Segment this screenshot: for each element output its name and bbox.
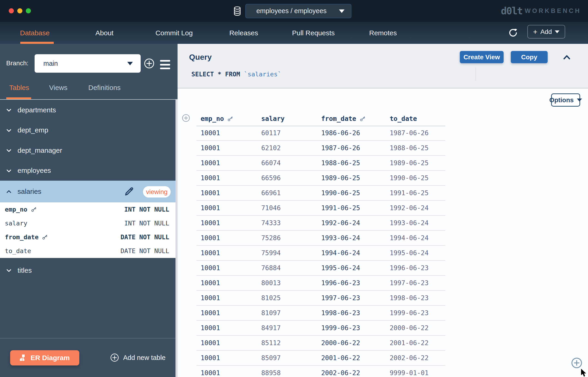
branch-select[interactable]: main <box>34 54 141 73</box>
table-row[interactable]: 10001601171986-06-261987-06-26 <box>196 126 445 141</box>
cell-from-date[interactable]: 1996-06-23 <box>321 279 390 287</box>
cell-salary[interactable]: 84917 <box>261 324 321 332</box>
cell-to-date[interactable]: 1987-06-26 <box>390 129 445 137</box>
cell-from-date[interactable]: 1988-06-25 <box>321 159 390 167</box>
column-header-to-date[interactable]: to_date <box>390 115 445 122</box>
cell-from-date[interactable]: 1991-06-25 <box>321 204 390 212</box>
add-new-table-button[interactable]: Add new table <box>110 350 166 366</box>
cell-salary[interactable]: 85097 <box>261 354 321 362</box>
cell-salary[interactable]: 75994 <box>261 249 321 257</box>
cell-emp-no[interactable]: 10001 <box>196 294 261 302</box>
cell-salary[interactable]: 71046 <box>261 204 321 212</box>
tab-views[interactable]: Views <box>49 84 67 92</box>
edit-table-pencil-icon[interactable] <box>124 187 134 196</box>
cell-from-date[interactable]: 1989-06-25 <box>321 174 390 182</box>
sidebar-table-dept-manager[interactable]: dept_manager <box>0 140 178 161</box>
nav-item-remotes[interactable]: Remotes <box>348 22 418 44</box>
table-row[interactable]: 10001810971998-06-231999-06-23 <box>196 306 445 321</box>
cell-to-date[interactable]: 9999-01-01 <box>390 369 445 377</box>
cell-salary[interactable]: 66596 <box>261 174 321 182</box>
cell-emp-no[interactable]: 10001 <box>196 219 261 227</box>
add-fab-plus-circle-button[interactable] <box>571 357 582 369</box>
sidebar-scrollbar[interactable] <box>175 99 178 377</box>
new-branch-button[interactable] <box>144 58 155 69</box>
maximize-window-button[interactable] <box>26 8 31 13</box>
table-row[interactable]: 10001800131996-06-231997-06-23 <box>196 276 445 291</box>
table-row[interactable]: 10001759941994-06-241995-06-24 <box>196 246 445 261</box>
cell-emp-no[interactable]: 10001 <box>196 339 261 347</box>
cell-salary[interactable]: 81097 <box>261 309 321 317</box>
cell-from-date[interactable]: 1998-06-23 <box>321 309 390 317</box>
cell-emp-no[interactable]: 10001 <box>196 189 261 197</box>
options-button[interactable]: Options <box>551 94 580 106</box>
cell-emp-no[interactable]: 10001 <box>196 234 261 242</box>
cell-emp-no[interactable]: 10001 <box>196 369 261 377</box>
cell-to-date[interactable]: 1995-06-24 <box>390 249 445 257</box>
column-header-from-date[interactable]: from_date <box>321 115 390 122</box>
table-row[interactable]: 10001743331992-06-241993-06-24 <box>196 216 445 231</box>
cell-from-date[interactable]: 1993-06-24 <box>321 234 390 242</box>
cell-emp-no[interactable]: 10001 <box>196 144 261 152</box>
cell-to-date[interactable]: 2001-06-22 <box>390 339 445 347</box>
cell-salary[interactable]: 60117 <box>261 129 321 137</box>
cell-salary[interactable]: 76884 <box>261 264 321 272</box>
cell-emp-no[interactable]: 10001 <box>196 279 261 287</box>
sidebar-table-titles[interactable]: titles <box>0 260 178 281</box>
cell-to-date[interactable]: 1996-06-23 <box>390 264 445 272</box>
menu-icon[interactable] <box>160 60 170 69</box>
nav-item-about[interactable]: About <box>70 22 139 44</box>
tab-definitions[interactable]: Definitions <box>88 84 121 92</box>
cell-from-date[interactable]: 1992-06-24 <box>321 219 390 227</box>
cell-from-date[interactable]: 2002-06-22 <box>321 369 390 377</box>
nav-item-pull-requests[interactable]: Pull Requests <box>279 22 348 44</box>
cell-from-date[interactable]: 1987-06-26 <box>321 144 390 152</box>
cell-salary[interactable]: 80013 <box>261 279 321 287</box>
table-row[interactable]: 10001850972001-06-222002-06-22 <box>196 351 445 366</box>
tab-tables[interactable]: Tables <box>9 84 29 92</box>
cell-to-date[interactable]: 1990-06-25 <box>390 174 445 182</box>
table-row[interactable]: 10001669611990-06-251991-06-25 <box>196 186 445 201</box>
cell-from-date[interactable]: 1986-06-26 <box>321 129 390 137</box>
sidebar-table-dept-emp[interactable]: dept_emp <box>0 120 178 141</box>
er-diagram-button[interactable]: ER Diagram <box>10 350 79 365</box>
table-row[interactable]: 10001810251997-06-231998-06-23 <box>196 291 445 306</box>
add-button[interactable]: + Add <box>527 25 565 38</box>
cell-from-date[interactable]: 1994-06-24 <box>321 249 390 257</box>
cell-salary[interactable]: 74333 <box>261 219 321 227</box>
table-row[interactable]: 10001710461991-06-251992-06-24 <box>196 201 445 216</box>
table-row[interactable]: 10001752861993-06-241994-06-24 <box>196 231 445 246</box>
cell-emp-no[interactable]: 10001 <box>196 159 261 167</box>
create-view-button[interactable]: Create View <box>460 51 504 63</box>
cell-to-date[interactable]: 2002-06-22 <box>390 354 445 362</box>
cell-to-date[interactable]: 1988-06-25 <box>390 144 445 152</box>
cell-from-date[interactable]: 1999-06-23 <box>321 324 390 332</box>
cell-emp-no[interactable]: 10001 <box>196 309 261 317</box>
cell-from-date[interactable]: 1995-06-24 <box>321 264 390 272</box>
refresh-button[interactable] <box>508 28 518 38</box>
cell-to-date[interactable]: 1998-06-23 <box>390 294 445 302</box>
sidebar-table-employees[interactable]: employees <box>0 161 178 181</box>
table-row[interactable]: 10001660741988-06-251989-06-25 <box>196 156 445 171</box>
collapse-query-chevron-up-icon[interactable] <box>562 53 571 62</box>
sidebar-table-salaries[interactable]: salaries viewing <box>0 181 178 202</box>
cell-emp-no[interactable]: 10001 <box>196 264 261 272</box>
cell-salary[interactable]: 85112 <box>261 339 321 347</box>
cell-to-date[interactable]: 1992-06-24 <box>390 204 445 212</box>
sidebar-table-departments[interactable]: departments <box>0 100 178 120</box>
cell-emp-no[interactable]: 10001 <box>196 249 261 257</box>
cell-emp-no[interactable]: 10001 <box>196 174 261 182</box>
cell-emp-no[interactable]: 10001 <box>196 324 261 332</box>
table-row[interactable]: 10001849171999-06-232000-06-22 <box>196 321 445 336</box>
table-row[interactable]: 10001889582002-06-229999-01-01 <box>196 366 445 377</box>
cell-salary[interactable]: 66074 <box>261 159 321 167</box>
cell-from-date[interactable]: 1997-06-23 <box>321 294 390 302</box>
table-row[interactable]: 10001851122000-06-222001-06-22 <box>196 336 445 351</box>
nav-item-database[interactable]: Database <box>0 22 70 44</box>
table-row[interactable]: 10001665961989-06-251990-06-25 <box>196 171 445 186</box>
cell-emp-no[interactable]: 10001 <box>196 204 261 212</box>
close-window-button[interactable] <box>9 8 14 13</box>
cell-emp-no[interactable]: 10001 <box>196 129 261 137</box>
cell-to-date[interactable]: 1993-06-24 <box>390 219 445 227</box>
column-header-emp-no[interactable]: emp_no <box>196 115 261 122</box>
cell-from-date[interactable]: 1990-06-25 <box>321 189 390 197</box>
